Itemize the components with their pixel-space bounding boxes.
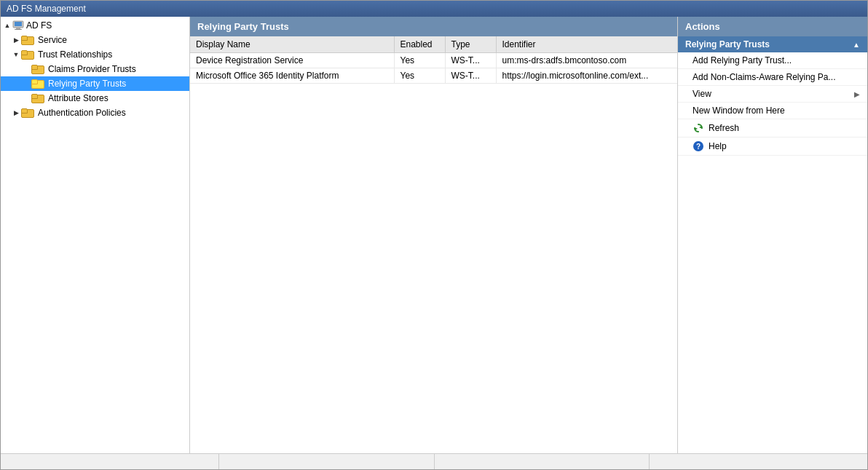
svg-rect-2 — [16, 28, 20, 29]
sidebar-item-auth-label: Authentication Policies — [38, 108, 126, 118]
sidebar-item-service[interactable]: ▶ Service — [1, 33, 189, 47]
relying-party-table: Display Name Enabled Type Identifier Dev… — [190, 36, 677, 84]
action-help[interactable]: ? Help — [678, 138, 867, 156]
svg-marker-4 — [699, 126, 702, 129]
status-section-2 — [219, 454, 435, 469]
cell-display-name-1: Microsoft Office 365 Identity Platform — [190, 68, 394, 84]
expand-arrow-trust: ▼ — [11, 51, 21, 58]
table-container: Display Name Enabled Type Identifier Dev… — [190, 36, 677, 453]
status-section-1 — [4, 454, 219, 469]
cell-type-0: WS-T... — [445, 53, 496, 68]
sidebar-item-attribute-label: Attribute Stores — [48, 93, 108, 103]
cell-display-name-0: Device Registration Service — [190, 53, 394, 68]
table-header-row: Display Name Enabled Type Identifier — [190, 36, 677, 53]
action-add-non-claims[interactable]: Add Non-Claims-Aware Relying Pa... — [678, 69, 867, 86]
action-view-label: View — [693, 89, 711, 99]
sidebar-item-adfs-label: AD FS — [26, 20, 52, 31]
sidebar-item-claims-label: Claims Provider Trusts — [48, 64, 136, 74]
actions-panel: Actions Relying Party Trusts ▲ Add Relyi… — [678, 17, 867, 453]
table-row[interactable]: Device Registration Service Yes WS-T... … — [190, 53, 677, 68]
action-new-window-label: New Window from Here — [693, 105, 785, 116]
status-section-4 — [650, 454, 864, 469]
title-bar-text: AD FS Management — [7, 4, 86, 14]
cell-type-1: WS-T... — [445, 68, 496, 84]
action-add-non-claims-label: Add Non-Claims-Aware Relying Pa... — [693, 72, 836, 82]
sidebar-item-trust-label: Trust Relationships — [38, 49, 112, 60]
svg-rect-3 — [15, 29, 22, 30]
center-panel-header: Relying Party Trusts — [190, 17, 677, 36]
folder-icon-trust — [21, 50, 33, 60]
folder-icon-claims — [31, 65, 43, 74]
sidebar-item-relying-party[interactable]: Relying Party Trusts — [1, 76, 189, 91]
app-window: AD FS Management ▲ AD FS ▶ — [0, 0, 868, 470]
table-row[interactable]: Microsoft Office 365 Identity Platform Y… — [190, 68, 677, 84]
folder-icon-attribute — [31, 94, 43, 103]
help-icon: ? — [693, 140, 704, 152]
cell-enabled-0: Yes — [394, 53, 445, 68]
status-bar — [1, 453, 867, 469]
folder-icon-auth — [21, 108, 33, 118]
status-section-3 — [435, 454, 650, 469]
sidebar-item-adfs[interactable]: ▲ AD FS — [1, 18, 189, 33]
action-add-relying-party[interactable]: Add Relying Party Trust... — [678, 52, 867, 69]
action-refresh[interactable]: Refresh — [678, 119, 867, 138]
col-type[interactable]: Type — [445, 36, 496, 53]
sidebar-item-trust[interactable]: ▼ Trust Relationships — [1, 47, 189, 62]
cell-identifier-0: um:ms-drs:adfs.bmcontoso.com — [496, 53, 677, 68]
action-new-window[interactable]: New Window from Here — [678, 103, 867, 119]
action-refresh-label: Refresh — [709, 123, 739, 133]
col-identifier[interactable]: Identifier — [496, 36, 677, 53]
expand-arrow-auth: ▶ — [11, 109, 21, 116]
sidebar-item-auth-policies[interactable]: ▶ Authentication Policies — [1, 105, 189, 120]
sidebar-item-attribute-stores[interactable]: Attribute Stores — [1, 91, 189, 105]
submenu-arrow-icon: ▶ — [854, 90, 860, 98]
action-view[interactable]: View ▶ — [678, 86, 867, 103]
center-panel: Relying Party Trusts Display Name Enable… — [190, 17, 678, 453]
folder-icon-service — [21, 36, 33, 45]
sidebar-item-relying-label: Relying Party Trusts — [48, 79, 126, 89]
computer-icon — [12, 21, 24, 31]
col-display-name[interactable]: Display Name — [190, 36, 394, 53]
action-add-relying-label: Add Relying Party Trust... — [693, 55, 792, 65]
expand-arrow-adfs: ▲ — [2, 22, 12, 29]
folder-icon-relying — [31, 79, 43, 89]
col-enabled[interactable]: Enabled — [394, 36, 445, 53]
collapse-arrow-icon: ▲ — [853, 41, 860, 49]
sidebar: ▲ AD FS ▶ Service — [1, 17, 190, 453]
sidebar-item-service-label: Service — [38, 35, 67, 45]
actions-section-label: Relying Party Trusts — [685, 39, 770, 49]
title-bar: AD FS Management — [1, 1, 867, 17]
cell-enabled-1: Yes — [394, 68, 445, 84]
actions-section-relying-party[interactable]: Relying Party Trusts ▲ — [678, 36, 867, 52]
action-help-label: Help — [709, 141, 727, 151]
main-content: ▲ AD FS ▶ Service — [1, 17, 867, 453]
svg-rect-1 — [15, 22, 22, 26]
actions-header: Actions — [678, 17, 867, 36]
cell-identifier-1: https://login.microsoftonline.com/ext... — [496, 68, 677, 84]
expand-arrow-service: ▶ — [11, 36, 21, 44]
refresh-icon — [693, 122, 704, 134]
svg-marker-5 — [695, 127, 698, 130]
sidebar-item-claims-provider[interactable]: Claims Provider Trusts — [1, 62, 189, 76]
